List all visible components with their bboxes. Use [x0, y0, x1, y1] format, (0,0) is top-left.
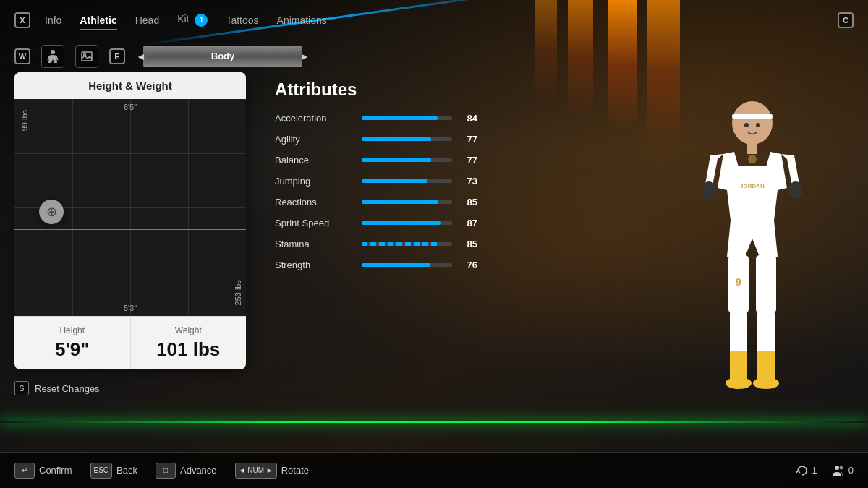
svg-rect-6	[732, 114, 773, 119]
attr-fill-agility	[362, 137, 431, 141]
rotate-key-icon: ◄ NUM ►	[235, 463, 277, 479]
bottom-right: 1 0	[796, 464, 854, 477]
character-model: JORDAN	[673, 83, 832, 430]
attr-row-reactions: Reactions 85	[275, 197, 477, 207]
main-content: Height & Weight 6'5" 5'3" 99 lbs	[0, 72, 868, 488]
attr-value-reactions: 85	[459, 197, 477, 207]
attr-name-stamina: Stamina	[275, 239, 354, 249]
attr-name-sprint-speed: Sprint Speed	[275, 218, 354, 228]
rotate-label: Rotate	[281, 465, 309, 476]
body-icon-btn[interactable]	[41, 45, 64, 68]
back-label: Back	[116, 465, 137, 476]
hw-title: Height & Weight	[14, 72, 246, 99]
tab-tattoos[interactable]: Tattoos	[226, 12, 258, 29]
body-selector-label: Body	[211, 51, 235, 61]
close-key[interactable]: X	[14, 12, 30, 28]
ui-container: X Info Athletic Head Kit 1 Tattoos Anima…	[0, 0, 868, 488]
icon-toolbar: W E ◄ Body ►	[0, 40, 868, 72]
attr-row-sprint-speed: Sprint Speed 87	[275, 218, 477, 228]
attr-fill-acceleration	[362, 116, 438, 120]
tab-info[interactable]: Info	[45, 12, 61, 29]
attr-bar-sprint-speed	[362, 221, 452, 225]
nav-tabs: Info Athletic Head Kit 1 Tattoos Animati…	[45, 10, 327, 30]
svg-point-25	[839, 466, 843, 469]
attr-fill-stamina	[362, 242, 438, 246]
toolbar-key-w[interactable]: W	[14, 48, 30, 64]
attr-bar-jumping	[362, 179, 452, 183]
player-count: 0	[848, 465, 854, 476]
attr-row-jumping: Jumping 73	[275, 176, 477, 187]
grid-v-2	[130, 99, 131, 316]
body-arrow-right[interactable]: ►	[299, 51, 310, 62]
attr-row-strength: Strength 76	[275, 260, 477, 270]
attributes-panel: Attributes Acceleration 84 Agility 77 Ba…	[275, 72, 477, 281]
weight-box: Weight 101 lbs	[131, 317, 247, 369]
svg-rect-18	[730, 351, 747, 380]
tab-animations[interactable]: Animations	[277, 12, 327, 29]
attr-row-stamina: Stamina 85	[275, 239, 477, 249]
confirm-key-icon: ↵	[14, 463, 35, 479]
attr-fill-strength	[362, 263, 430, 267]
body-arrow-left[interactable]: ◄	[136, 51, 146, 62]
tab-kit[interactable]: Kit 1	[177, 10, 208, 30]
axis-right-label: 253 lbs	[234, 280, 242, 305]
bottom-bar: ↵ Confirm ESC Back □ Advance ◄ NUM ► Rot…	[0, 452, 868, 488]
attr-name-agility: Agility	[275, 134, 354, 145]
action-advance: □ Advance	[156, 463, 217, 479]
hw-grid[interactable]: 6'5" 5'3" 99 lbs 253 lbs ⊕	[14, 99, 246, 316]
attr-value-jumping: 73	[459, 176, 477, 187]
attr-fill-balance	[362, 158, 431, 162]
body-selector-bar[interactable]: Body	[143, 46, 302, 67]
svg-text:JORDAN: JORDAN	[740, 183, 765, 189]
top-navigation: X Info Athletic Head Kit 1 Tattoos Anima…	[0, 0, 868, 40]
tab-athletic[interactable]: Athletic	[80, 12, 116, 29]
svg-point-20	[726, 377, 752, 389]
weight-label: Weight	[142, 325, 236, 335]
height-value: 5'9"	[25, 338, 119, 361]
hw-values: Height 5'9" Weight 101 lbs	[14, 316, 246, 369]
toolbar-key-e[interactable]: E	[109, 48, 125, 64]
svg-rect-15	[756, 255, 776, 313]
attr-bar-agility	[362, 137, 452, 141]
attr-value-stamina: 85	[459, 239, 477, 249]
height-box: Height 5'9"	[14, 317, 131, 369]
reset-key: S	[14, 381, 29, 395]
action-rotate: ◄ NUM ► Rotate	[235, 463, 309, 479]
kit-badge: 1	[195, 14, 208, 27]
attributes-title: Attributes	[275, 80, 477, 100]
confirm-key[interactable]: C	[838, 12, 854, 28]
character-panel: JORDAN	[506, 72, 854, 130]
attr-row-acceleration: Acceleration 84	[275, 113, 477, 124]
confirm-label: Confirm	[39, 465, 72, 476]
crosshair-horizontal	[14, 229, 246, 230]
attr-fill-reactions	[362, 200, 438, 204]
grid-v-1	[72, 99, 73, 316]
action-back: ESC Back	[90, 463, 137, 479]
advance-key-icon: □	[156, 463, 176, 479]
reset-changes-btn[interactable]: S Reset Changes	[14, 378, 246, 398]
attr-bar-acceleration	[362, 116, 452, 120]
svg-rect-19	[757, 351, 775, 380]
svg-point-8	[756, 123, 760, 127]
attr-row-balance: Balance 77	[275, 155, 477, 166]
reset-label: Reset Changes	[35, 383, 100, 394]
attr-bar-stamina	[362, 242, 452, 246]
tab-head[interactable]: Head	[135, 12, 159, 29]
attr-value-balance: 77	[459, 155, 477, 166]
attr-bar-strength	[362, 263, 452, 267]
svg-point-24	[835, 466, 839, 470]
attr-name-acceleration: Acceleration	[275, 113, 354, 124]
image-icon-btn[interactable]	[75, 45, 98, 68]
axis-bottom-label: 5'3"	[124, 304, 137, 312]
height-label: Height	[25, 325, 119, 335]
grid-v-3	[188, 99, 189, 316]
player-counter: 0	[832, 464, 854, 477]
svg-text:9: 9	[736, 276, 741, 288]
attr-bar-balance	[362, 158, 452, 162]
svg-point-12	[702, 181, 716, 199]
axis-left-label: 99 lbs	[20, 110, 29, 131]
action-confirm: ↵ Confirm	[14, 463, 72, 479]
drag-handle[interactable]: ⊕	[39, 200, 64, 224]
weight-value: 101 lbs	[142, 338, 236, 361]
svg-point-23	[748, 155, 757, 163]
